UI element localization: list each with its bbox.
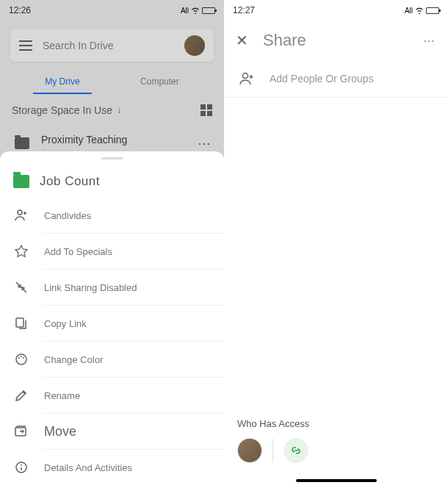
access-label: Who Has Access: [237, 418, 435, 429]
wifi-icon: [415, 7, 424, 14]
svg-point-5: [23, 357, 24, 359]
right-phone: 12:27 All ✕ Share ⋯ Add People Or Groups…: [224, 0, 448, 485]
link-access-button[interactable]: [283, 438, 308, 463]
more-icon[interactable]: ⋯: [423, 34, 436, 48]
menu-changecolor[interactable]: Change Color: [0, 342, 224, 377]
menu-move[interactable]: Move: [0, 414, 224, 449]
svg-point-8: [21, 464, 22, 466]
star-icon: [13, 243, 29, 259]
status-right: All: [405, 7, 439, 15]
svg-point-0: [18, 210, 22, 215]
menu-candivides[interactable]: Candivides: [0, 198, 224, 233]
svg-point-3: [18, 357, 20, 359]
divider: [272, 439, 273, 462]
folder-icon: [13, 175, 29, 188]
info-icon: [13, 459, 29, 475]
sheet-header: Job Count: [0, 165, 224, 198]
move-icon: [13, 423, 29, 439]
battery-icon: [426, 7, 439, 14]
person-add-icon: [13, 207, 29, 223]
home-indicator[interactable]: [296, 479, 377, 482]
bottom-sheet: Job Count Candivides Add To Specials Lin…: [0, 151, 224, 485]
add-people-row[interactable]: Add People Or Groups: [224, 60, 448, 98]
palette-icon: [13, 351, 29, 367]
svg-rect-1: [16, 318, 24, 327]
pencil-icon: [13, 387, 29, 403]
status-time: 12:27: [233, 5, 255, 15]
svg-point-4: [21, 356, 22, 357]
share-title: Share: [263, 31, 423, 50]
svg-point-9: [243, 73, 248, 79]
link-off-icon: [13, 279, 29, 295]
access-row: [237, 438, 435, 463]
sheet-title: Job Count: [40, 174, 100, 189]
left-phone: 12:26 All Search In Drive My Drive Compu…: [0, 0, 224, 485]
close-icon[interactable]: ✕: [236, 32, 248, 49]
copy-icon: [13, 315, 29, 331]
sheet-handle[interactable]: [101, 157, 123, 159]
menu-rename[interactable]: Rename: [0, 378, 224, 413]
menu-copylink[interactable]: Copy Link: [0, 306, 224, 341]
menu-linksharing[interactable]: Link Sharing Disabled: [0, 270, 224, 305]
menu-details[interactable]: Details And Activities: [0, 450, 224, 485]
add-people-input[interactable]: Add People Or Groups: [270, 73, 374, 85]
status-bar: 12:27 All: [224, 0, 448, 21]
share-header: ✕ Share ⋯: [224, 21, 448, 60]
person-add-icon: [239, 71, 255, 87]
access-section: Who Has Access: [224, 418, 448, 463]
dim-overlay: [0, 0, 224, 173]
menu-specials[interactable]: Add To Specials: [0, 234, 224, 269]
access-avatar[interactable]: [237, 438, 262, 463]
